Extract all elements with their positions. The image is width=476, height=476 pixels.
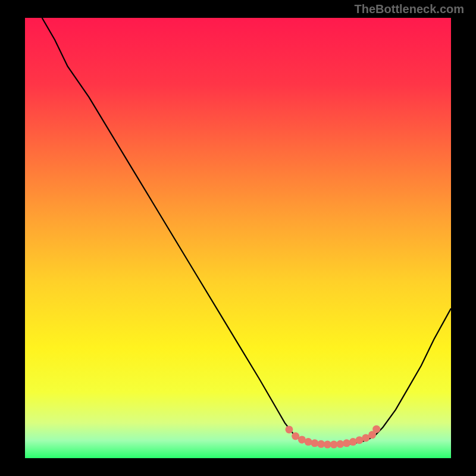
plot-area (25, 18, 451, 458)
marker-dot (285, 425, 293, 433)
marker-dot (305, 438, 312, 446)
chart-container: TheBottleneck.com (0, 0, 476, 476)
attribution-text: TheBottleneck.com (355, 2, 464, 16)
marker-dot (372, 425, 380, 433)
marker-dot (343, 439, 350, 447)
chart-svg (25, 18, 451, 458)
gradient-background (25, 18, 451, 458)
